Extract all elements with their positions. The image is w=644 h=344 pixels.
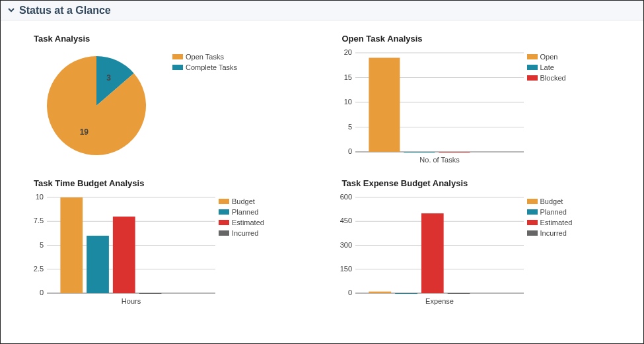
- svg-rect-15: [439, 152, 470, 153]
- chart-title: Task Analysis: [34, 34, 316, 44]
- svg-rect-44: [369, 292, 391, 293]
- svg-text:0: 0: [347, 147, 351, 155]
- chart-legend: Open Tasks Complete Tasks: [172, 53, 237, 74]
- legend-item: Late: [527, 63, 566, 71]
- bar-chart: 05101520No. of Tasks: [329, 46, 527, 165]
- legend-label: Blocked: [540, 74, 566, 82]
- legend-label: Incurred: [232, 229, 258, 237]
- legend-swatch: [172, 65, 183, 70]
- svg-rect-14: [404, 152, 435, 153]
- svg-text:450: 450: [340, 217, 351, 224]
- svg-text:2.5: 2.5: [34, 265, 44, 273]
- svg-text:10: 10: [36, 193, 44, 201]
- legend-item: Estimated: [219, 219, 264, 226]
- legend-label: Complete Tasks: [186, 63, 237, 71]
- chart-legend: Budget Planned Estimated Incurred: [527, 197, 573, 240]
- legend-item: Blocked: [527, 74, 566, 82]
- chart-task-analysis: Task Analysis 319 Open Tasks Complete Ta…: [14, 20, 322, 172]
- chart-legend: Open Late Blocked: [527, 53, 566, 85]
- legend-label: Open Tasks: [186, 53, 224, 61]
- svg-rect-29: [87, 236, 109, 293]
- svg-rect-13: [369, 58, 400, 153]
- legend-label: Planned: [540, 208, 567, 216]
- svg-text:20: 20: [343, 48, 351, 56]
- legend-item: Estimated: [527, 219, 573, 226]
- svg-text:3: 3: [106, 73, 111, 83]
- svg-text:No. of Tasks: No. of Tasks: [419, 156, 460, 164]
- svg-rect-47: [447, 293, 470, 294]
- svg-text:600: 600: [340, 193, 351, 201]
- legend-item: Budget: [527, 197, 573, 205]
- legend-item: Open Tasks: [172, 53, 237, 61]
- legend-item: Incurred: [527, 229, 573, 237]
- legend-item: Complete Tasks: [172, 63, 237, 71]
- svg-text:300: 300: [340, 241, 351, 249]
- chart-title: Open Task Analysis: [342, 34, 624, 44]
- svg-text:Hours: Hours: [122, 297, 141, 305]
- legend-swatch: [219, 209, 229, 215]
- svg-rect-31: [139, 293, 162, 294]
- svg-text:15: 15: [343, 73, 351, 81]
- legend-item: Planned: [527, 208, 573, 216]
- legend-item: Open: [527, 53, 566, 61]
- chart-title: Task Time Budget Analysis: [34, 178, 316, 188]
- chart-legend: Budget Planned Estimated Incurred: [219, 197, 264, 240]
- section-title: Status at a Glance: [19, 5, 111, 17]
- chart-task-time-budget: Task Time Budget Analysis 02.557.510Hour…: [14, 172, 322, 313]
- legend-swatch: [219, 199, 229, 204]
- chart-title: Task Expense Budget Analysis: [342, 178, 624, 188]
- legend-label: Planned: [232, 208, 258, 216]
- legend-label: Budget: [540, 197, 563, 205]
- pie-chart: 319: [20, 46, 172, 165]
- legend-label: Estimated: [540, 219, 573, 226]
- legend-label: Estimated: [232, 219, 264, 226]
- legend-swatch: [527, 230, 538, 236]
- legend-swatch: [219, 230, 229, 236]
- bar-chart: 0150300450600Expense: [329, 191, 527, 306]
- legend-item: Planned: [219, 208, 264, 216]
- chart-task-expense-budget: Task Expense Budget Analysis 01503004506…: [322, 172, 631, 313]
- section-header[interactable]: Status at a Glance: [1, 1, 643, 20]
- legend-label: Open: [540, 53, 558, 61]
- legend-swatch: [527, 199, 538, 204]
- svg-text:Expense: Expense: [425, 297, 454, 305]
- legend-label: Incurred: [540, 229, 567, 237]
- legend-swatch: [172, 54, 183, 59]
- legend-label: Late: [540, 63, 554, 71]
- legend-swatch: [527, 220, 538, 225]
- bar-chart: 02.557.510Hours: [20, 191, 219, 306]
- svg-rect-30: [113, 217, 135, 293]
- legend-label: Budget: [232, 197, 255, 205]
- svg-text:19: 19: [80, 127, 89, 137]
- legend-item: Incurred: [219, 229, 264, 237]
- legend-swatch: [527, 209, 538, 215]
- legend-item: Budget: [219, 197, 264, 205]
- svg-rect-45: [395, 293, 417, 294]
- svg-text:150: 150: [340, 265, 351, 273]
- legend-swatch: [219, 220, 229, 225]
- svg-text:0: 0: [347, 289, 351, 296]
- chevron-down-icon: [7, 5, 15, 17]
- legend-swatch: [527, 54, 538, 59]
- chart-open-task-analysis: Open Task Analysis 05101520No. of Tasks …: [322, 20, 631, 172]
- svg-text:10: 10: [343, 98, 351, 106]
- svg-text:7.5: 7.5: [34, 217, 44, 224]
- svg-text:5: 5: [347, 123, 351, 131]
- legend-swatch: [527, 75, 538, 81]
- svg-text:0: 0: [40, 289, 44, 296]
- svg-rect-46: [421, 213, 443, 293]
- legend-swatch: [527, 65, 538, 70]
- svg-text:5: 5: [40, 241, 44, 249]
- svg-rect-28: [60, 197, 83, 293]
